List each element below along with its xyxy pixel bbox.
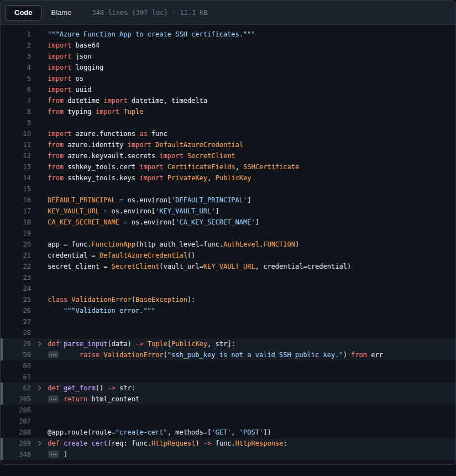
code-line: 17KEY_VAULT_URL = os.environ['KEY_VAULT_…	[1, 206, 455, 217]
line-number[interactable]: 5	[1, 73, 31, 84]
code-line: 13from sshkey_tools.cert import Certific…	[1, 161, 455, 172]
line-number[interactable]: 24	[1, 283, 31, 294]
line-number[interactable]: 17	[1, 206, 31, 217]
line-number[interactable]: 3	[1, 51, 31, 62]
code-blame-segmented-control: Code Blame	[5, 5, 81, 20]
line-number[interactable]: 288	[1, 427, 31, 438]
line-number[interactable]: 60	[1, 360, 31, 372]
line-number[interactable]: 19	[1, 228, 31, 239]
code-line: 24	[1, 283, 455, 294]
code-text: )	[48, 449, 455, 460]
file-meta-info: 348 lines (307 loc) · 11.1 KB	[92, 9, 208, 17]
code-line: 25class ValidationError(BaseException):	[1, 294, 455, 305]
line-number[interactable]: 25	[1, 294, 31, 305]
chevron-right-icon[interactable]	[36, 342, 41, 346]
code-line: 11from azure.identity import DefaultAzur…	[1, 139, 455, 150]
code-line: 14from sshkey_tools.keys import PrivateK…	[1, 172, 455, 184]
code-text: @app.route(route="create-cert", methods=…	[48, 427, 455, 438]
line-number[interactable]: 10	[1, 128, 31, 139]
line-number[interactable]: 287	[1, 416, 31, 427]
expand-collapsed-code-button[interactable]	[48, 395, 59, 402]
code-text: KEY_VAULT_URL = os.environ['KEY_VAULT_UR…	[48, 206, 455, 217]
code-line: 286	[1, 405, 455, 416]
code-text: return html_content	[48, 394, 455, 405]
code-line: 62def get_form() -> str:	[1, 383, 455, 394]
line-number[interactable]: 348	[1, 449, 31, 460]
line-number[interactable]: 13	[1, 161, 31, 172]
code-line: 5import os	[1, 73, 455, 84]
tab-blame[interactable]: Blame	[42, 5, 81, 20]
line-number[interactable]: 27	[1, 316, 31, 327]
line-number[interactable]: 59	[1, 349, 31, 360]
code-text: from typing import Tuple	[48, 106, 455, 117]
fold-gutter	[31, 442, 48, 445]
code-text: """Azure Function App to create SSH cert…	[48, 29, 455, 40]
line-number[interactable]: 4	[1, 62, 31, 73]
line-number[interactable]: 12	[1, 150, 31, 161]
expand-collapsed-code-button[interactable]	[48, 451, 59, 458]
line-number[interactable]: 61	[1, 372, 31, 383]
fold-gutter	[31, 386, 48, 390]
line-number[interactable]: 14	[1, 172, 31, 184]
code-text: import uuid	[48, 84, 455, 95]
line-number[interactable]: 28	[1, 327, 31, 338]
code-line: 15	[1, 184, 455, 195]
chevron-right-icon[interactable]	[36, 441, 41, 446]
line-number[interactable]: 1	[1, 29, 31, 40]
line-number[interactable]: 29	[1, 338, 31, 349]
tab-code[interactable]: Code	[5, 5, 42, 20]
line-number[interactable]: 23	[1, 272, 31, 283]
line-number[interactable]: 7	[1, 95, 31, 106]
code-text: def parse_input(data) -> Tuple[PublicKey…	[48, 338, 455, 349]
code-line: 9	[1, 117, 455, 128]
code-text: from azure.identity import DefaultAzureC…	[48, 139, 455, 150]
line-number[interactable]: 18	[1, 217, 31, 228]
code-text: secret_client = SecretClient(vault_url=K…	[48, 261, 455, 272]
code-line: 26 """Validation error."""	[1, 305, 455, 316]
code-text: import json	[48, 51, 455, 62]
expand-collapsed-code-button[interactable]	[48, 351, 59, 358]
code-line: 61	[1, 372, 455, 383]
line-number[interactable]: 286	[1, 405, 31, 416]
line-number[interactable]: 62	[1, 383, 31, 394]
code-text: import os	[48, 73, 455, 84]
code-line: 20app = func.FunctionApp(http_auth_level…	[1, 239, 455, 250]
line-number[interactable]: 11	[1, 139, 31, 150]
code-line: 16DEFAULT_PRINCIPAL = os.environ['DEFAUL…	[1, 195, 455, 206]
line-number[interactable]: 8	[1, 106, 31, 117]
code-line: 7from datetime import datetime, timedelt…	[1, 95, 455, 106]
line-number[interactable]: 6	[1, 84, 31, 95]
code-line: 12from azure.keyvault.secrets import Sec…	[1, 150, 455, 161]
code-text: from datetime import datetime, timedelta	[48, 95, 455, 106]
code-line: 18CA_KEY_SECRET_NAME = os.environ['CA_KE…	[1, 217, 455, 228]
line-number[interactable]: 20	[1, 239, 31, 250]
code-line: 289def create_cert(req: func.HttpRequest…	[1, 438, 455, 449]
line-number[interactable]: 26	[1, 305, 31, 316]
code-area: 1"""Azure Function App to create SSH cer…	[1, 25, 455, 465]
code-line: 10import azure.functions as func	[1, 128, 455, 139]
code-text: import azure.functions as func	[48, 128, 455, 139]
line-number[interactable]: 289	[1, 438, 31, 449]
line-number[interactable]: 22	[1, 261, 31, 272]
line-number[interactable]: 16	[1, 195, 31, 206]
chevron-right-icon[interactable]	[36, 386, 41, 390]
line-number[interactable]: 9	[1, 117, 31, 128]
line-number[interactable]: 15	[1, 184, 31, 195]
code-text: class ValidationError(BaseException):	[48, 294, 455, 305]
code-line: 8from typing import Tuple	[1, 106, 455, 117]
code-text: from azure.keyvault.secrets import Secre…	[48, 150, 455, 161]
code-line: 348 )	[1, 449, 455, 460]
line-number[interactable]: 285	[1, 394, 31, 405]
code-line: 59 raise ValidationError("ssh_pub_key is…	[1, 349, 455, 360]
code-text: credential = DefaultAzureCredential()	[48, 250, 455, 261]
line-number[interactable]: 21	[1, 250, 31, 261]
code-line: 1"""Azure Function App to create SSH cer…	[1, 29, 455, 40]
code-text: """Validation error."""	[48, 305, 455, 316]
line-number[interactable]: 2	[1, 40, 31, 51]
code-line: 2import base64	[1, 40, 455, 51]
file-view-container: Code Blame 348 lines (307 loc) · 11.1 KB…	[0, 0, 456, 465]
code-line: 22secret_client = SecretClient(vault_url…	[1, 261, 455, 272]
code-text: DEFAULT_PRINCIPAL = os.environ['DEFAULT_…	[48, 195, 455, 206]
code-line: 288@app.route(route="create-cert", metho…	[1, 427, 455, 438]
code-line: 21credential = DefaultAzureCredential()	[1, 250, 455, 261]
